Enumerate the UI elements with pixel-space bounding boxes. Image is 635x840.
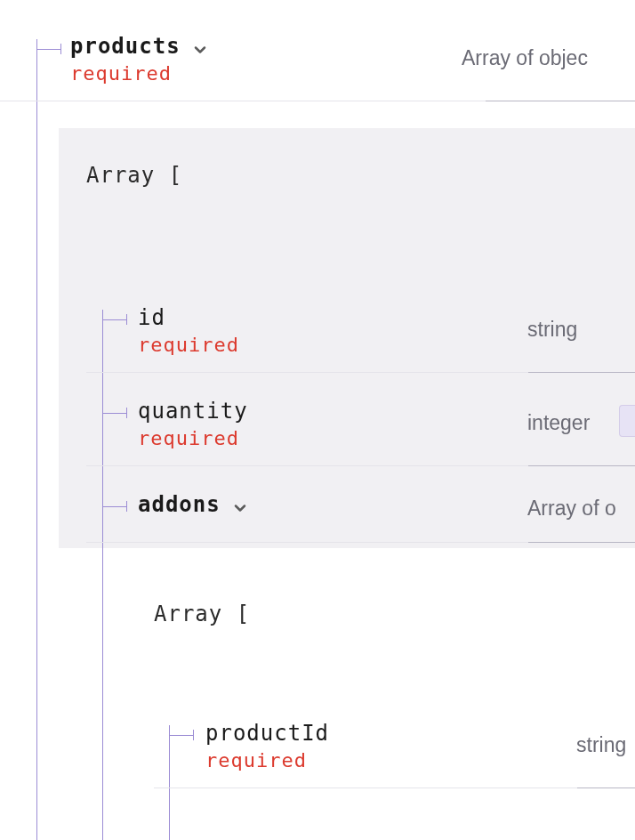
property-quantity: quantity required [138, 399, 248, 449]
tree-connector [36, 49, 61, 50]
row-divider [154, 788, 577, 788]
tree-tick [60, 44, 61, 54]
row-divider [86, 465, 528, 466]
required-label: required [138, 427, 248, 449]
type-underline [528, 465, 635, 466]
array-open-label: Array [ [154, 602, 250, 626]
tree-tick [126, 314, 127, 325]
type-underline [486, 101, 635, 101]
tree-connector [169, 735, 194, 736]
chevron-down-icon[interactable] [233, 499, 247, 515]
tree-line-innermost [169, 725, 170, 840]
chevron-down-icon[interactable] [193, 41, 207, 57]
array-open-label: Array [ [86, 163, 182, 188]
tree-connector [102, 506, 127, 507]
tree-connector [102, 413, 127, 414]
property-addons[interactable]: addons [138, 492, 247, 517]
type-underline [577, 788, 635, 788]
property-productId: productId required [205, 721, 329, 771]
tree-line-outer [36, 39, 37, 840]
int-format-badge [619, 405, 635, 437]
row-divider [86, 372, 528, 373]
property-id: id required [138, 305, 239, 356]
type-underline [528, 372, 635, 373]
tree-connector [102, 319, 127, 320]
type-label: string [527, 318, 577, 342]
required-label: required [205, 749, 329, 771]
required-label: required [138, 334, 239, 356]
property-name: addons [138, 492, 221, 517]
property-name: products [70, 34, 181, 59]
property-name: quantity [138, 399, 248, 424]
tree-tick [126, 501, 127, 512]
tree-tick [193, 730, 194, 740]
type-label: Array of objec [462, 46, 588, 70]
tree-tick [126, 408, 127, 418]
type-label: integer [527, 411, 590, 435]
property-name: productId [205, 721, 329, 746]
row-divider [0, 101, 486, 101]
row-divider [86, 542, 528, 543]
tree-line-inner [102, 310, 103, 840]
type-underline [528, 542, 635, 543]
type-label: Array of o [527, 497, 616, 521]
property-name: id [138, 305, 165, 330]
required-label: required [70, 62, 207, 85]
property-products[interactable]: products required [70, 34, 207, 85]
type-label: string [576, 733, 626, 757]
